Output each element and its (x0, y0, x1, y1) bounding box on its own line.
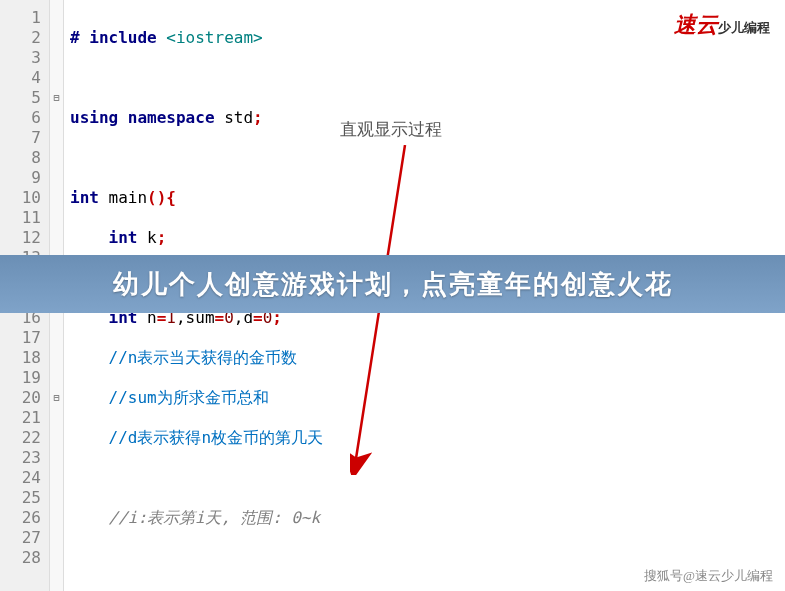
footer-attribution: 搜狐号@速云少儿编程 (644, 567, 773, 585)
overlay-banner: 幼儿个人创意游戏计划，点亮童年的创意火花 (0, 255, 785, 313)
annotation-label: 直观显示过程 (340, 118, 442, 141)
watermark-logo: 速云少儿编程 (674, 10, 770, 40)
